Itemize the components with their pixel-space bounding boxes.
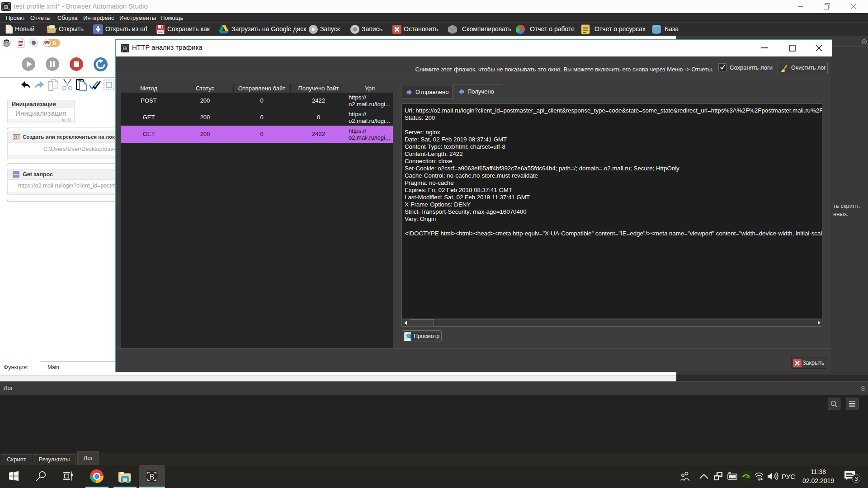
svg-text:B: B [123,45,127,51]
svg-text:0: 0 [52,40,56,47]
svg-text:HTTP: HTTP [14,174,19,176]
svg-text:B: B [149,473,154,481]
svg-text:B: B [4,4,8,10]
svg-text:3: 3 [854,475,858,482]
